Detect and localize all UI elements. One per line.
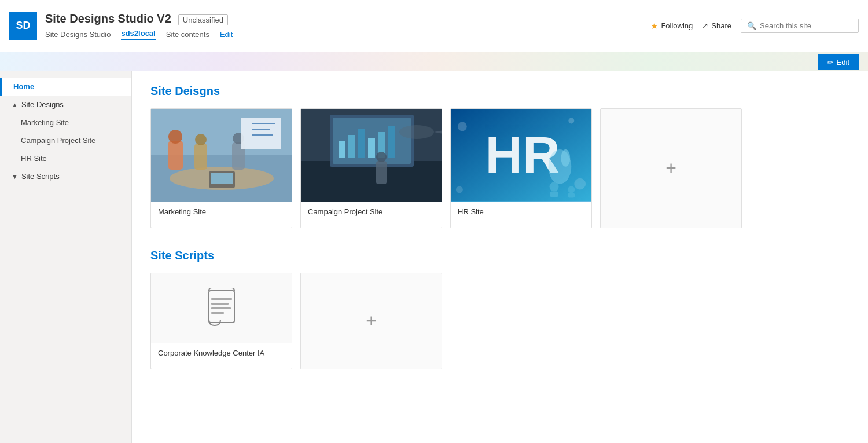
edit-bar-button[interactable]: ✏ Edit: [818, 54, 859, 70]
svg-rect-41: [568, 193, 575, 197]
site-title: Site Designs Studio V2: [45, 12, 171, 25]
search-box: 🔍: [741, 19, 859, 33]
svg-point-26: [376, 152, 387, 162]
add-script-icon: +: [366, 310, 377, 332]
hr-site-label: HR Site: [21, 154, 47, 163]
following-label: Following: [661, 21, 693, 30]
sidebar-item-marketing-site[interactable]: Marketing Site: [0, 114, 131, 131]
hr-image-bg: HR: [451, 109, 591, 202]
site-tag: Unclassified: [178, 14, 228, 25]
svg-rect-19: [339, 141, 345, 158]
main-content: Site Deisgns: [132, 71, 868, 443]
svg-point-35: [456, 186, 463, 193]
svg-point-6: [195, 134, 207, 145]
svg-rect-25: [376, 161, 387, 184]
svg-rect-46: [211, 312, 224, 314]
svg-rect-45: [211, 307, 231, 309]
search-icon: 🔍: [747, 21, 756, 30]
corporate-knowledge-center-card[interactable]: Corporate Knowledge Center IA: [150, 273, 292, 369]
svg-rect-43: [211, 298, 232, 300]
sidebar-item-site-designs[interactable]: ▲ Site Designs: [0, 96, 131, 114]
share-label: Share: [711, 21, 731, 30]
marketing-site-label: Marketing Site: [21, 118, 69, 127]
home-label: Home: [13, 82, 34, 91]
svg-text:HR: HR: [486, 126, 560, 184]
hr-site-card[interactable]: HR: [450, 108, 592, 228]
campaign-image-bg: [301, 109, 442, 202]
hr-site-label: HR Site: [451, 202, 591, 222]
svg-point-38: [550, 182, 559, 192]
site-logo: SD: [9, 12, 37, 40]
add-design-card[interactable]: +: [600, 108, 742, 228]
svg-point-34: [574, 178, 586, 190]
sidebar-item-site-scripts[interactable]: ▼ Site Scripts: [0, 167, 131, 185]
top-right-area: ★ Following ↗ Share 🔍: [650, 19, 859, 33]
corporate-knowledge-center-label: Corporate Knowledge Center IA: [151, 343, 292, 363]
campaign-site-image: [301, 109, 442, 202]
svg-point-32: [458, 122, 467, 131]
sidebar: Home ▲ Site Designs Marketing Site Campa…: [0, 71, 132, 443]
svg-point-40: [568, 186, 575, 193]
edit-bar-label: Edit: [837, 58, 849, 67]
pencil-icon: ✏: [827, 58, 833, 67]
site-title-area: Site Designs Studio V2 Unclassified Site…: [45, 12, 233, 40]
toggle-site-scripts: ▼: [12, 173, 18, 180]
site-scripts-section-title: Site Scripts: [150, 249, 849, 262]
svg-rect-24: [388, 126, 395, 158]
script-icon: [204, 288, 239, 328]
svg-rect-14: [211, 173, 233, 184]
marketing-image-bg: [151, 109, 292, 202]
svg-point-33: [568, 118, 574, 124]
sidebar-item-home[interactable]: Home: [0, 78, 131, 96]
sidebar-item-campaign-project-site[interactable]: Campaign Project Site: [0, 131, 131, 149]
toggle-site-designs: ▲: [12, 101, 18, 108]
nav-edit[interactable]: Edit: [220, 30, 233, 39]
script-card-image: [151, 273, 292, 343]
svg-rect-5: [194, 144, 207, 170]
accent-bar: ✏ Edit: [0, 52, 868, 71]
search-input[interactable]: [760, 21, 852, 30]
site-nav: Site Designs Studio sds2local Site conte…: [45, 29, 233, 40]
svg-point-37: [561, 149, 570, 167]
svg-point-4: [168, 130, 182, 144]
site-scripts-label: Site Scripts: [21, 172, 60, 181]
svg-rect-9: [241, 118, 281, 149]
site-designs-grid: Marketing Site: [150, 108, 849, 228]
campaign-project-site-label: Campaign Project Site: [301, 202, 442, 222]
layout: Home ▲ Site Designs Marketing Site Campa…: [0, 71, 868, 443]
top-bar: SD Site Designs Studio V2 Unclassified S…: [0, 0, 868, 52]
add-design-icon: +: [665, 158, 676, 179]
svg-rect-16: [301, 161, 442, 202]
star-icon: ★: [650, 21, 658, 31]
following-button[interactable]: ★ Following: [650, 21, 693, 31]
nav-site-designs-studio[interactable]: Site Designs Studio: [45, 30, 111, 39]
add-script-card[interactable]: +: [300, 273, 442, 369]
campaign-project-site-label: Campaign Project Site: [21, 136, 95, 145]
svg-rect-39: [550, 191, 558, 197]
campaign-svg: [301, 109, 442, 202]
hr-site-image: HR: [451, 109, 591, 202]
svg-rect-42: [209, 291, 234, 323]
campaign-project-site-card[interactable]: Campaign Project Site: [300, 108, 442, 228]
marketing-site-card[interactable]: Marketing Site: [150, 108, 292, 228]
svg-rect-44: [211, 303, 229, 305]
svg-rect-21: [358, 129, 365, 158]
hr-svg: HR: [451, 109, 591, 202]
svg-point-27: [399, 125, 434, 139]
site-designs-label: Site Designs: [21, 100, 64, 109]
marketing-site-image: [151, 109, 292, 202]
svg-rect-22: [368, 138, 375, 158]
svg-rect-20: [348, 135, 355, 158]
site-scripts-grid: Corporate Knowledge Center IA +: [150, 273, 849, 369]
marketing-site-label: Marketing Site: [151, 202, 292, 222]
site-designs-section-title: Site Deisgns: [150, 85, 849, 98]
nav-sds2local[interactable]: sds2local: [121, 29, 155, 40]
share-button[interactable]: ↗ Share: [702, 21, 731, 30]
svg-rect-3: [168, 141, 183, 170]
marketing-svg: [151, 109, 292, 202]
sidebar-item-hr-site[interactable]: HR Site: [0, 149, 131, 167]
share-icon: ↗: [702, 21, 708, 30]
nav-site-contents[interactable]: Site contents: [166, 30, 209, 39]
